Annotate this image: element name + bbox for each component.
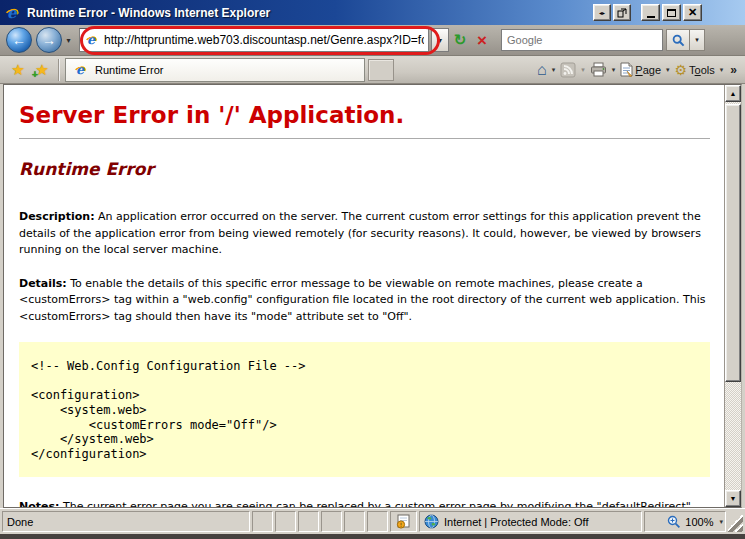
home-button[interactable]: ⌂ <box>535 60 549 80</box>
ie-browser-window: e Runtime Error - Windows Internet Explo… <box>0 0 745 539</box>
status-text-pane: Done <box>2 511 250 532</box>
description-paragraph: Description: An application error occurr… <box>19 209 710 259</box>
scroll-down-button[interactable]: ▼ <box>725 490 741 507</box>
web-config-code-block: <!-- Web.Config Configuration File --> <… <box>19 342 710 477</box>
maximize-button[interactable] <box>662 4 681 21</box>
window-controls: ◂▸ ✕ <box>593 4 702 21</box>
command-bar: ⌂ ▾ ▾ ▾ <box>535 60 739 80</box>
refresh-button[interactable]: ↻ <box>449 28 471 52</box>
tools-label: Tools <box>689 64 715 76</box>
details-text: To enable the details of this specific e… <box>19 277 706 323</box>
search-button[interactable] <box>666 29 690 51</box>
page-dropdown-button[interactable]: ▾ <box>666 66 670 74</box>
toolbar-overflow-button[interactable]: » <box>730 63 737 77</box>
zoom-level-text: 100% <box>685 516 713 528</box>
add-favorite-button[interactable]: ★ + <box>30 59 54 81</box>
title-bar: e Runtime Error - Windows Internet Explo… <box>0 0 745 25</box>
stop-button[interactable]: × <box>471 28 493 52</box>
new-tab-button[interactable] <box>368 59 394 81</box>
back-button[interactable]: ← <box>6 27 32 53</box>
tab-title: Runtime Error <box>95 64 163 76</box>
forward-button[interactable]: → <box>36 27 62 53</box>
rss-feed-icon <box>560 62 576 78</box>
forward-arrow-icon: → <box>42 32 56 48</box>
favorites-star-icon: ★ <box>11 61 24 79</box>
scroll-up-button[interactable]: ▲ <box>725 85 741 102</box>
back-arrow-icon: ← <box>12 32 26 48</box>
separator <box>58 59 59 81</box>
description-label: Description: <box>19 210 95 223</box>
tab-favicon: e <box>74 63 88 77</box>
home-dropdown-button[interactable]: ▾ <box>552 66 556 74</box>
status-text: Done <box>7 516 33 528</box>
page-menu-button[interactable]: Page <box>618 60 663 79</box>
address-bar[interactable]: e http://httpruntime.web703.discountasp.… <box>79 28 429 52</box>
search-box[interactable] <box>501 29 663 51</box>
detach-window-button[interactable] <box>613 4 631 21</box>
feeds-button[interactable] <box>558 60 578 80</box>
maximize-icon <box>667 9 676 17</box>
zoom-dropdown-button[interactable]: ▾ <box>719 518 723 526</box>
notes-text: The current error page you are seeing ca… <box>19 500 691 507</box>
zoom-pane[interactable]: 100% ▾ <box>644 511 726 532</box>
search-options-dropdown[interactable]: ▾ <box>690 29 705 51</box>
resize-grip[interactable] <box>728 511 743 532</box>
status-pane-empty <box>367 511 388 532</box>
security-zone-pane[interactable]: Internet | Protected Mode: Off <box>419 511 642 532</box>
tab-bar: ★ ★ + e Runtime Error ⌂ ▾ <box>0 56 745 84</box>
tools-dropdown-button[interactable]: ▾ <box>720 66 724 74</box>
page-alert-icon: ! <box>396 514 412 529</box>
zone-text: Internet | Protected Mode: Off <box>444 516 589 528</box>
privacy-report-pane[interactable]: ! <box>390 511 417 532</box>
close-icon: ✕ <box>688 7 697 18</box>
page-icon <box>620 62 633 77</box>
details-paragraph: Details: To enable the details of this s… <box>19 276 710 326</box>
scrollbar-track[interactable] <box>725 382 741 490</box>
home-icon: ⌂ <box>537 62 547 78</box>
error-page: Server Error in '/' Application. Runtime… <box>4 85 724 507</box>
internet-globe-icon <box>424 514 439 529</box>
search-input[interactable] <box>502 34 662 46</box>
page-label: Page <box>635 64 661 76</box>
gear-icon: ⚙ <box>675 63 688 77</box>
description-text: An application error occurred on the ser… <box>19 210 701 256</box>
status-bar: Done ! Internet | Protected Mode <box>0 508 745 534</box>
close-button[interactable]: ✕ <box>683 4 702 21</box>
status-pane-empty <box>275 511 296 532</box>
error-subtitle: Runtime Error <box>19 159 710 179</box>
details-label: Details: <box>19 277 67 290</box>
feeds-dropdown-button[interactable]: ▾ <box>581 66 585 74</box>
favorites-center-button[interactable]: ★ <box>6 59 30 81</box>
refresh-icon: ↻ <box>454 31 467 49</box>
printer-icon <box>590 62 607 77</box>
print-button[interactable] <box>588 60 609 79</box>
ie-logo-icon: e <box>5 5 21 21</box>
svg-text:!: ! <box>399 521 401 528</box>
page-favicon: e <box>85 33 99 47</box>
status-pane-empty <box>252 511 273 532</box>
search-icon <box>672 34 685 47</box>
minimize-icon <box>647 16 655 18</box>
window-bottom-edge <box>0 534 745 539</box>
minimize-button[interactable] <box>641 4 660 21</box>
print-dropdown-button[interactable]: ▾ <box>612 66 616 74</box>
notes-label: Notes: <box>19 500 59 507</box>
history-dropdown-button[interactable]: ▾ <box>62 36 75 45</box>
window-title: Runtime Error - Windows Internet Explore… <box>27 6 593 20</box>
divider <box>19 138 710 139</box>
browser-viewport: Server Error in '/' Application. Runtime… <box>0 84 745 508</box>
status-pane-empty <box>344 511 365 532</box>
address-dropdown-button[interactable]: ▾ <box>431 28 449 52</box>
url-text[interactable]: http://httpruntime.web703.discountasp.ne… <box>104 33 424 47</box>
resize-panes-button[interactable]: ◂▸ <box>593 4 611 21</box>
navigation-toolbar: ← → ▾ e http://httpruntime.web703.discou… <box>0 25 745 56</box>
status-pane-empty <box>298 511 319 532</box>
scrollbar-thumb[interactable] <box>725 104 741 382</box>
detach-icon <box>617 8 627 18</box>
tab-runtime-error[interactable]: e Runtime Error <box>65 58 365 82</box>
notes-paragraph: Notes: The current error page you are se… <box>19 499 710 507</box>
tools-menu-button[interactable]: ⚙ Tools <box>673 61 717 79</box>
vertical-scrollbar[interactable]: ▲ ▼ <box>724 85 741 507</box>
page-title: Server Error in '/' Application. <box>19 102 710 128</box>
plus-icon: + <box>32 69 38 80</box>
